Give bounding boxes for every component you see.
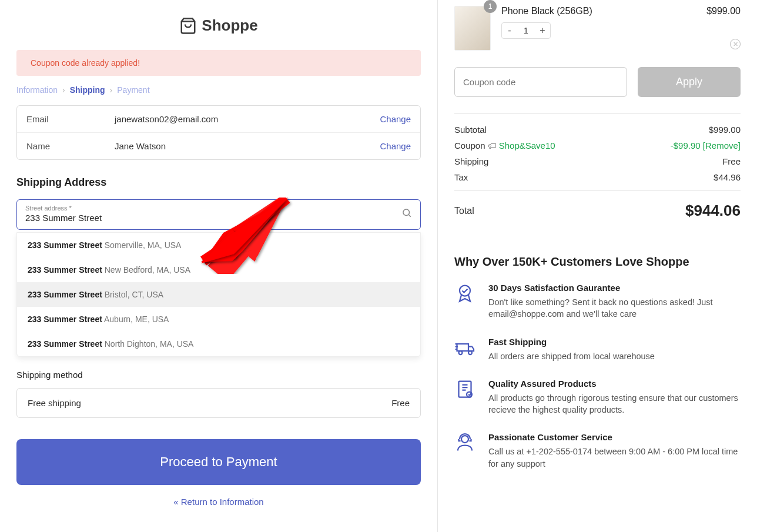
benefit-title: Passionate Customer Service bbox=[488, 432, 741, 442]
benefit-text: All products go through rigorous testing… bbox=[488, 392, 741, 416]
breadcrumb-information[interactable]: Information bbox=[16, 85, 58, 95]
quantity-badge: 1 bbox=[484, 0, 497, 13]
shipping-address-title: Shipping Address bbox=[16, 176, 421, 189]
email-value: janewatson02@email.com bbox=[115, 114, 380, 124]
benefit-item: Passionate Customer Service Call us at +… bbox=[454, 432, 741, 470]
quality-icon bbox=[454, 379, 475, 400]
brand-name: Shoppe bbox=[202, 16, 257, 35]
total-value: $944.06 bbox=[685, 202, 741, 220]
apply-coupon-button[interactable]: Apply bbox=[638, 67, 741, 97]
tax-value: $44.96 bbox=[714, 172, 741, 182]
address-suggestion[interactable]: 233 Summer Street North Dighton, MA, USA bbox=[17, 332, 420, 356]
divider bbox=[454, 190, 741, 191]
product-price: $999.00 bbox=[706, 6, 741, 16]
svg-point-24 bbox=[459, 351, 463, 354]
email-label: Email bbox=[26, 114, 115, 124]
benefits-heading: Why Over 150K+ Customers Love Shoppe bbox=[454, 255, 741, 269]
quantity-stepper: - 1 + bbox=[501, 22, 551, 39]
name-label: Name bbox=[26, 141, 115, 151]
benefit-item: Quality Assured Products All products go… bbox=[454, 379, 741, 416]
benefit-title: Fast Shipping bbox=[488, 337, 655, 347]
quantity-increase-button[interactable]: + bbox=[535, 23, 550, 38]
product-thumbnail bbox=[454, 6, 491, 51]
shipping-label: Shipping bbox=[454, 156, 488, 166]
address-suggestion[interactable]: 233 Summer Street Bristol, CT, USA bbox=[17, 282, 420, 307]
shipping-icon bbox=[454, 337, 475, 358]
breadcrumb: Information › Shipping › Payment bbox=[16, 85, 421, 95]
shipping-value: Free bbox=[722, 156, 741, 166]
change-name-link[interactable]: Change bbox=[380, 141, 411, 151]
remove-item-button[interactable]: ✕ bbox=[730, 39, 741, 49]
contact-info-box: Email janewatson02@email.com Change Name… bbox=[16, 105, 421, 160]
svg-rect-23 bbox=[457, 344, 469, 351]
tax-label: Tax bbox=[454, 172, 468, 182]
shipping-method-label: Shipping method bbox=[16, 370, 421, 380]
shipping-method-price: Free bbox=[391, 398, 410, 408]
shipping-method-option[interactable]: Free shipping Free bbox=[16, 388, 421, 418]
chevron-right-icon: › bbox=[62, 85, 65, 95]
coupon-alert: Coupon code already applied! bbox=[16, 50, 421, 76]
address-suggestion[interactable]: 233 Summer Street Somerville, MA, USA bbox=[17, 233, 420, 257]
address-suggestions-dropdown: 233 Summer Street Somerville, MA, USA 23… bbox=[16, 232, 421, 357]
coupon-discount-value[interactable]: -$99.90 [Remove] bbox=[671, 140, 741, 150]
benefit-title: Quality Assured Products bbox=[488, 379, 741, 389]
chevron-right-icon: › bbox=[110, 85, 113, 95]
street-address-input[interactable] bbox=[25, 213, 401, 223]
svg-point-0 bbox=[403, 209, 410, 216]
search-icon bbox=[401, 208, 412, 220]
quantity-value: 1 bbox=[517, 26, 535, 35]
guarantee-icon bbox=[454, 283, 475, 304]
benefit-title: 30 Days Satisfaction Gaurantee bbox=[488, 283, 741, 293]
svg-point-28 bbox=[461, 436, 468, 443]
name-value: Jane Watson bbox=[115, 141, 380, 151]
benefit-text: Call us at +1-202-555-0174 between 9:00 … bbox=[488, 446, 741, 470]
total-label: Total bbox=[454, 206, 474, 216]
quantity-decrease-button[interactable]: - bbox=[502, 23, 517, 38]
product-name: Phone Black (256GB) bbox=[501, 6, 592, 16]
address-field: Street address * 233 Summer Street Somer… bbox=[16, 199, 421, 230]
tag-icon: 🏷 bbox=[488, 140, 497, 150]
subtotal-label: Subtotal bbox=[454, 125, 487, 135]
brand-logo: Shoppe bbox=[16, 6, 421, 50]
divider bbox=[454, 113, 741, 114]
benefit-item: 30 Days Satisfaction Gaurantee Don't lik… bbox=[454, 283, 741, 320]
benefit-text: Don't like something? Sent it back no qu… bbox=[488, 296, 741, 320]
address-suggestion[interactable]: 233 Summer Street Auburn, ME, USA bbox=[17, 307, 420, 332]
coupon-label: Coupon 🏷Shop&Save10 bbox=[454, 140, 555, 150]
subtotal-value: $999.00 bbox=[709, 125, 741, 135]
breadcrumb-shipping[interactable]: Shipping bbox=[70, 85, 105, 95]
svg-point-25 bbox=[468, 351, 472, 354]
support-icon bbox=[454, 432, 475, 453]
return-to-information-link[interactable]: « Return to Information bbox=[16, 497, 421, 507]
benefit-text: All orders are shipped from local wareho… bbox=[488, 350, 655, 362]
change-email-link[interactable]: Change bbox=[380, 114, 411, 124]
proceed-to-payment-button[interactable]: Proceed to Payment bbox=[16, 439, 421, 485]
address-floating-label: Street address * bbox=[25, 205, 401, 212]
address-suggestion[interactable]: 233 Summer Street New Bedford, MA, USA bbox=[17, 257, 420, 282]
shipping-method-name: Free shipping bbox=[28, 398, 81, 408]
cart-item: 1 Phone Black (256GB) $999.00 - 1 + ✕ bbox=[454, 6, 741, 51]
benefit-item: Fast Shipping All orders are shipped fro… bbox=[454, 337, 741, 362]
breadcrumb-payment[interactable]: Payment bbox=[117, 85, 149, 95]
coupon-code-input[interactable] bbox=[454, 67, 627, 97]
